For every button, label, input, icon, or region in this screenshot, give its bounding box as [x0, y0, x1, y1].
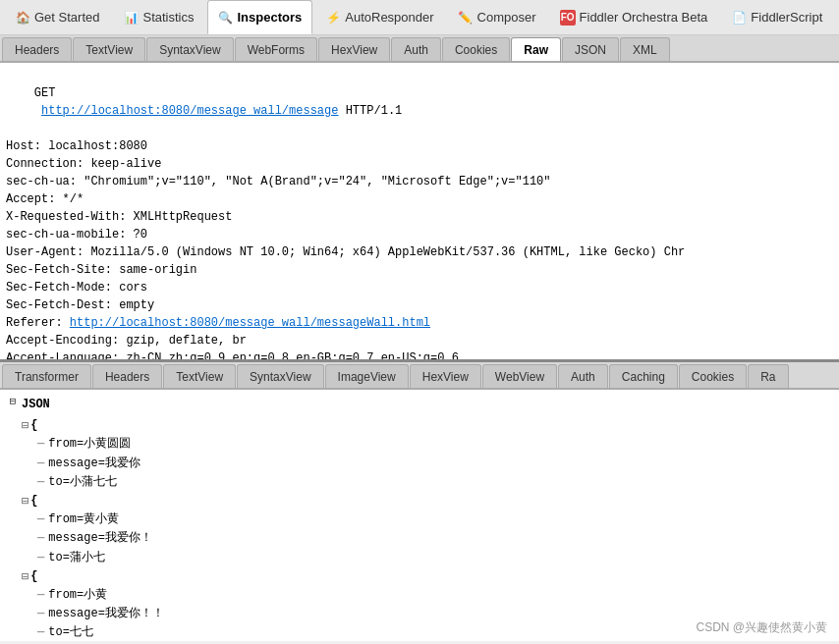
nav-inspectors[interactable]: 🔍 Inspectors	[207, 0, 313, 34]
json-tree: ⊟ JSON ⊟ { ─ from=小黄圆圆 ─ message=我爱你	[6, 394, 833, 641]
tab-resp-imageview[interactable]: ImageView	[325, 364, 409, 388]
header-accept-language: Accept-Language: zh-CN,zh;q=0.9,en;q=0.8…	[6, 349, 833, 362]
json-item-0-open: {	[30, 416, 37, 435]
tab-resp-hexview[interactable]: HexView	[410, 364, 481, 388]
tab-req-xml[interactable]: XML	[620, 37, 670, 61]
json-item-1-fields: ─ from=黄小黄 ─ message=我爱你！ ─ to=蒲小七	[22, 510, 833, 567]
header-sec-ch-ua: sec-ch-ua: "Chromium";v="110", "Not A(Br…	[6, 173, 833, 190]
nav-autoresponder[interactable]: ⚡ AutoResponder	[314, 0, 444, 34]
json-item-1-from: ─ from=黄小黄	[37, 510, 833, 529]
http-request-line: GET http://localhost:8080/message_wall/m…	[6, 67, 833, 137]
tab-req-syntaxview[interactable]: SyntaxView	[146, 37, 233, 61]
nav-fiddler-orchestra[interactable]: FO Fiddler Orchestra Beta	[549, 0, 719, 34]
header-connection: Connection: keep-alive	[6, 155, 833, 173]
tab-resp-raw[interactable]: Ra	[748, 364, 788, 388]
nav-fiddlerscript-label: FiddlerScript	[751, 10, 822, 25]
http-url[interactable]: http://localhost:8080/message_wall/messa…	[41, 104, 338, 118]
nav-fiddler-orchestra-label: Fiddler Orchestra Beta	[580, 10, 708, 25]
nav-inspectors-label: Inspectors	[238, 10, 303, 25]
tab-req-textview[interactable]: TextView	[73, 37, 145, 61]
autoresponder-icon: ⚡	[325, 10, 341, 26]
tab-resp-headers[interactable]: Headers	[92, 364, 162, 388]
http-method: GET	[34, 86, 56, 100]
dash-2-message: ─	[37, 605, 44, 623]
json-item-0-from: ─ from=小黄圆圆	[37, 435, 833, 454]
dash-1-message: ─	[37, 529, 44, 548]
header-sec-fetch-mode: Sec-Fetch-Mode: cors	[6, 279, 833, 296]
fiddler-orchestra-icon: FO	[560, 10, 576, 26]
tab-resp-syntaxview[interactable]: SyntaxView	[237, 364, 323, 388]
json-item-0-to-value: to=小蒲七七	[48, 473, 117, 492]
statistics-icon: 📊	[123, 10, 139, 26]
nav-statistics[interactable]: 📊 Statistics	[112, 0, 204, 34]
json-item-2-bracket-open: ⊟ {	[22, 567, 833, 586]
nav-autoresponder-label: AutoResponder	[345, 10, 433, 25]
json-item-2-to-value: to=七七	[48, 623, 93, 641]
json-root-expand[interactable]: ⊟	[6, 394, 20, 411]
response-json-pane: ⊟ JSON ⊟ { ─ from=小黄圆圆 ─ message=我爱你	[0, 390, 839, 641]
tab-resp-transformer[interactable]: Transformer	[2, 364, 91, 388]
json-item-2-message-value: message=我爱你！！	[48, 605, 164, 623]
json-item-1-to: ─ to=蒲小七	[37, 549, 833, 567]
dash-2-to: ─	[37, 623, 44, 641]
tab-req-json[interactable]: JSON	[562, 37, 619, 61]
header-user-agent: User-Agent: Mozilla/5.0 (Windows NT 10.0…	[6, 243, 833, 261]
json-item-0-from-value: from=小黄圆圆	[48, 435, 131, 454]
json-item-1-bracket-open: ⊟ {	[22, 492, 833, 510]
header-sec-fetch-dest: Sec-Fetch-Dest: empty	[6, 296, 833, 314]
fiddlerscript-icon: 📄	[731, 10, 747, 26]
nav-get-started-label: Get Started	[34, 10, 99, 25]
nav-fiddlerscript[interactable]: 📄 FiddlerScript	[720, 0, 833, 34]
dash-1-from: ─	[37, 510, 44, 529]
tab-resp-webview[interactable]: WebView	[482, 364, 557, 388]
tab-req-hexview[interactable]: HexView	[318, 37, 390, 61]
tab-req-raw[interactable]: Raw	[511, 37, 561, 61]
request-tab-bar: Headers TextView SyntaxView WebForms Hex…	[0, 35, 839, 63]
connector-1: ⊟	[22, 492, 28, 510]
json-item-0-fields: ─ from=小黄圆圆 ─ message=我爱你 ─ to=小蒲七七	[22, 435, 833, 492]
nav-get-started[interactable]: 🏠 Get Started	[4, 0, 110, 34]
json-item-0-to: ─ to=小蒲七七	[37, 473, 833, 492]
json-item-2-open: {	[30, 567, 37, 586]
nav-composer[interactable]: ✏️ Composer	[447, 0, 547, 34]
tab-req-auth[interactable]: Auth	[391, 37, 441, 61]
json-root-text: JSON	[22, 394, 50, 416]
tab-resp-auth[interactable]: Auth	[558, 364, 608, 388]
dash-0-message: ─	[37, 455, 44, 473]
json-item-0-bracket-open: ⊟ {	[22, 416, 833, 435]
get-started-icon: 🏠	[15, 10, 30, 26]
json-array: ⊟ { ─ from=小黄圆圆 ─ message=我爱你 ─ to=小蒲七七	[6, 416, 833, 641]
json-item-0-message-value: message=我爱你	[48, 455, 140, 473]
json-item-0-message: ─ message=我爱你	[37, 455, 833, 473]
referer-url[interactable]: http://localhost:8080/message_wall/messa…	[70, 316, 430, 330]
dash-1-to: ─	[37, 549, 44, 567]
json-item-2-from-value: from=小黄	[48, 586, 107, 605]
dash-2-from: ─	[37, 586, 44, 605]
json-item-1-to-value: to=蒲小七	[48, 549, 105, 567]
bottom-section: Transformer Headers TextView SyntaxView …	[0, 362, 839, 641]
tab-req-webforms[interactable]: WebForms	[235, 37, 317, 61]
header-accept-encoding: Accept-Encoding: gzip, deflate, br	[6, 332, 833, 349]
tab-resp-caching[interactable]: Caching	[609, 364, 678, 388]
dash-0-from: ─	[37, 435, 44, 454]
inspectors-icon: 🔍	[218, 10, 234, 26]
header-host: Host: localhost:8080	[6, 137, 833, 155]
header-sec-ch-ua-mobile: sec-ch-ua-mobile: ?0	[6, 226, 833, 243]
tab-req-headers[interactable]: Headers	[2, 37, 72, 61]
nav-statistics-label: Statistics	[142, 10, 194, 25]
request-raw-pane: GET http://localhost:8080/message_wall/m…	[0, 63, 839, 362]
watermark: CSDN @兴趣使然黄小黄	[696, 619, 827, 636]
composer-icon: ✏️	[458, 10, 474, 26]
tab-resp-cookies[interactable]: Cookies	[679, 364, 747, 388]
dash-0-to: ─	[37, 473, 44, 492]
json-item-1-message: ─ message=我爱你！	[37, 529, 833, 548]
header-x-requested-with: X-Requested-With: XMLHttpRequest	[6, 208, 833, 226]
json-root-label: ⊟ JSON	[6, 394, 833, 416]
nav-composer-label: Composer	[477, 10, 536, 25]
tab-req-cookies[interactable]: Cookies	[442, 37, 510, 61]
tab-resp-textview[interactable]: TextView	[163, 364, 236, 388]
header-sec-fetch-site: Sec-Fetch-Site: same-origin	[6, 261, 833, 279]
http-protocol: HTTP/1.1	[338, 104, 402, 118]
json-item-1-message-value: message=我爱你！	[48, 529, 152, 548]
connector-2: ⊟	[22, 567, 28, 586]
